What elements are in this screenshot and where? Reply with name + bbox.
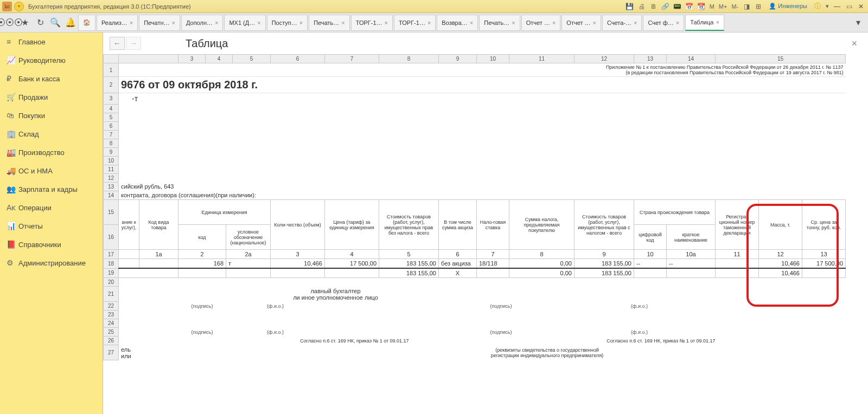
sidebar-item-purchases[interactable]: 🛍Покупки bbox=[0, 106, 103, 125]
tab-close-icon[interactable]: × bbox=[130, 20, 133, 26]
apps-icon[interactable]: ⦿⦿⦿ bbox=[2, 15, 17, 30]
row-header[interactable]: 24 bbox=[104, 319, 119, 328]
save-icon[interactable]: 💾 bbox=[625, 2, 635, 11]
tab-item[interactable]: МХ1 (Д…× bbox=[224, 15, 265, 31]
cell-unit[interactable]: т bbox=[226, 259, 271, 269]
sidebar-item-manager[interactable]: 📈Руководителю bbox=[0, 51, 103, 69]
close-icon[interactable]: ✕ bbox=[856, 2, 866, 11]
history-icon[interactable]: ↻ bbox=[33, 15, 48, 30]
close-page-button[interactable]: × bbox=[847, 38, 861, 49]
cell-country-name[interactable]: -- bbox=[667, 259, 716, 269]
row-header[interactable]: 1 bbox=[104, 63, 119, 77]
row-header[interactable]: 23 bbox=[104, 310, 119, 319]
col-header[interactable]: 3 bbox=[178, 55, 206, 63]
tab-item[interactable]: Дополн…× bbox=[181, 15, 223, 31]
row-header[interactable]: 15 bbox=[104, 200, 119, 225]
row-header[interactable]: 17 bbox=[104, 250, 119, 259]
memory-m[interactable]: M bbox=[709, 3, 716, 10]
maximize-icon[interactable]: ▭ bbox=[844, 2, 854, 11]
favorite-icon[interactable]: ★ bbox=[17, 15, 33, 30]
tab-close-icon[interactable]: × bbox=[257, 20, 260, 26]
user-label[interactable]: 👤 Инженеры bbox=[769, 3, 807, 10]
cell-price[interactable]: 17 500,00 bbox=[325, 259, 379, 269]
sidebar-item-sales[interactable]: 🛒Продажи bbox=[0, 88, 103, 106]
cell-mass[interactable]: 10,466 bbox=[759, 259, 802, 269]
tab-item[interactable]: Поступ…× bbox=[267, 15, 308, 31]
col-header[interactable]: 7 bbox=[325, 55, 379, 63]
tab-item[interactable]: Реализ…× bbox=[97, 15, 138, 31]
row-header[interactable]: 22 bbox=[104, 302, 119, 310]
sidebar-item-admin[interactable]: ⚙Администрирование bbox=[0, 254, 103, 272]
print-icon[interactable]: 🖨 bbox=[637, 2, 647, 11]
titlebar-menu-button[interactable]: ▾ bbox=[14, 2, 24, 11]
tab-item[interactable]: ТОРГ-1…× bbox=[351, 15, 393, 31]
link-icon[interactable]: 🔗 bbox=[661, 2, 671, 11]
tab-close-icon[interactable]: × bbox=[716, 19, 719, 25]
row-header[interactable]: 5 bbox=[104, 113, 119, 121]
tab-close-icon[interactable]: × bbox=[427, 20, 431, 26]
preview-icon[interactable]: 🗎 bbox=[649, 2, 659, 11]
cell-kind-code[interactable]: 168 bbox=[178, 259, 226, 269]
tab-item[interactable]: Счет ф…× bbox=[643, 15, 684, 31]
cell-tax-total[interactable]: 0,00 bbox=[509, 268, 575, 278]
sidebar-item-operations[interactable]: АᴋОперации bbox=[0, 198, 103, 217]
nav-back-button[interactable]: ← bbox=[110, 37, 125, 50]
col-header[interactable]: 5 bbox=[233, 55, 271, 63]
sidebar-item-bank[interactable]: ₽Банк и касса bbox=[0, 69, 103, 88]
schedule-icon[interactable]: 📆 bbox=[697, 2, 706, 11]
cell-qty[interactable]: 10,466 bbox=[271, 259, 325, 269]
row-header[interactable]: 4 bbox=[104, 104, 119, 113]
tab-item[interactable]: Отчет …× bbox=[561, 15, 601, 31]
tab-close-icon[interactable]: × bbox=[593, 20, 596, 26]
cell-excise[interactable]: без акциза bbox=[439, 259, 477, 269]
help-dropdown[interactable]: ▾ bbox=[825, 3, 830, 10]
tab-close-icon[interactable]: × bbox=[470, 20, 473, 26]
row-header[interactable]: 3 bbox=[104, 93, 119, 105]
row-header[interactable]: 9 bbox=[104, 147, 119, 156]
tab-item[interactable]: Возвра…× bbox=[437, 15, 478, 31]
col-header[interactable]: 12 bbox=[575, 55, 634, 63]
cell-avg-price[interactable]: 17 500,00 bbox=[802, 259, 846, 269]
row-header[interactable]: 10 bbox=[104, 156, 119, 165]
tab-item-active[interactable]: Таблица× bbox=[685, 15, 724, 31]
row-header[interactable]: 18 bbox=[104, 259, 119, 269]
tab-close-icon[interactable]: × bbox=[552, 20, 556, 26]
tab-item[interactable]: Печатн…× bbox=[139, 15, 180, 31]
col-header[interactable]: 9 bbox=[439, 55, 477, 63]
calc-icon[interactable]: 📟 bbox=[673, 2, 682, 11]
row-header[interactable]: 7 bbox=[104, 130, 119, 139]
cell-grand-total[interactable]: 183 155,00 bbox=[575, 268, 634, 278]
row-header[interactable]: 13 bbox=[104, 182, 119, 191]
row-header[interactable]: 25 bbox=[104, 328, 119, 337]
col-header[interactable]: 10 bbox=[477, 55, 509, 63]
minimize-icon[interactable]: — bbox=[832, 2, 842, 11]
col-header[interactable]: 14 bbox=[667, 55, 716, 63]
memory-m-minus[interactable]: M- bbox=[730, 3, 739, 10]
cell-sum-total[interactable]: 183 155,00 bbox=[379, 268, 439, 278]
col-header[interactable]: 15 bbox=[716, 55, 846, 63]
tab-close-icon[interactable]: × bbox=[634, 20, 637, 26]
tab-close-icon[interactable]: × bbox=[172, 20, 175, 26]
memory-m-plus[interactable]: M+ bbox=[718, 3, 729, 10]
tab-item[interactable]: Печать…× bbox=[309, 15, 349, 31]
col-header[interactable]: 4 bbox=[206, 55, 233, 63]
row-header[interactable]: 27 bbox=[104, 345, 119, 360]
cell-rate[interactable]: 18/118 bbox=[477, 259, 509, 269]
cell-mass-total[interactable]: 10,466 bbox=[759, 268, 802, 278]
tab-close-icon[interactable]: × bbox=[512, 20, 515, 26]
sidebar-item-hr[interactable]: 👥Зарплата и кадры bbox=[0, 180, 103, 198]
row-header[interactable]: 12 bbox=[104, 173, 119, 182]
tab-item[interactable]: Печать…× bbox=[479, 15, 520, 31]
sidebar-item-warehouse[interactable]: 🏢Склад bbox=[0, 125, 103, 143]
row-header[interactable]: 6 bbox=[104, 121, 119, 130]
col-header[interactable]: 8 bbox=[379, 55, 439, 63]
cell-total[interactable]: 183 155,00 bbox=[575, 259, 634, 269]
tab-item[interactable]: Отчет …× bbox=[521, 15, 561, 31]
row-header[interactable]: 14 bbox=[104, 191, 119, 200]
panel-icon[interactable]: ◨ bbox=[742, 2, 751, 11]
sidebar-item-reports[interactable]: 📊Отчеты bbox=[0, 217, 103, 235]
tab-close-icon[interactable]: × bbox=[385, 20, 388, 26]
col-header[interactable]: 11 bbox=[509, 55, 575, 63]
row-header[interactable]: 19 bbox=[104, 268, 119, 278]
tabs-overflow-icon[interactable]: ▾ bbox=[851, 15, 866, 30]
